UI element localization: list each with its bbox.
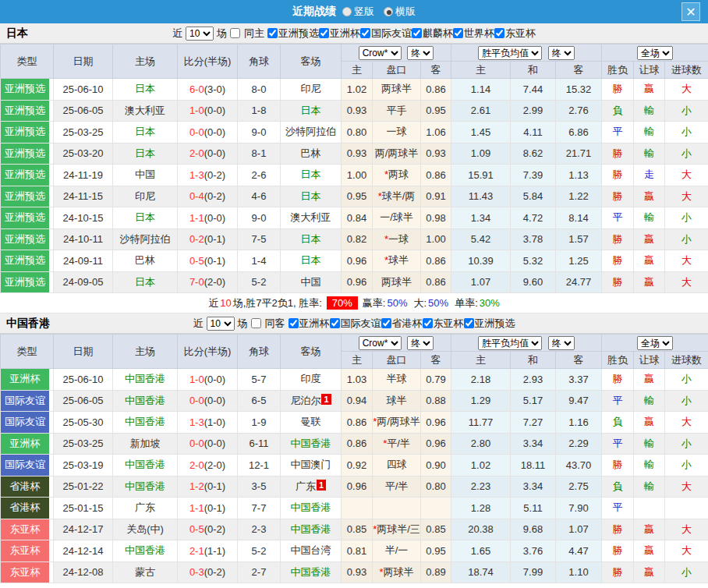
league-checkbox[interactable]: [289, 318, 299, 328]
result-goals: 大: [665, 271, 708, 293]
competition-badge: 国际友谊: [1, 390, 54, 412]
avg-final-select[interactable]: 终: [548, 46, 575, 60]
corner-score: 5-2: [238, 540, 281, 562]
avg-home: 1.29: [451, 390, 511, 412]
league-filter[interactable]: 亚洲预选: [464, 317, 515, 331]
match-row: 亚洲预选25-06-10日本6-0(3-0)8-0印尼1.02两球半0.861.…: [1, 79, 708, 101]
horizontal-layout-radio[interactable]: 横版: [384, 5, 416, 19]
avg-draw: 9.60: [511, 271, 556, 293]
league-label: 国际友谊: [371, 27, 412, 41]
corner-score: 2-3: [238, 519, 281, 540]
league-filter[interactable]: 世界杯: [453, 27, 494, 41]
col-home: 主场: [113, 335, 178, 369]
result-handicap: 輸: [634, 455, 665, 476]
league-filter[interactable]: 国际友谊: [360, 27, 412, 41]
league-label: 世界杯: [464, 27, 494, 41]
match-date: 24-12-08: [54, 561, 113, 583]
match-score: 6-0(3-0): [178, 79, 238, 101]
summary-count: 10: [220, 297, 231, 309]
league-filter[interactable]: 国际友谊: [330, 317, 381, 331]
result-goals: 大: [665, 250, 708, 272]
league-filter[interactable]: 东亚杯: [494, 27, 536, 41]
match-date: 25-01-22: [54, 476, 113, 498]
result-goals: 小: [665, 100, 708, 122]
single-value: 30%: [480, 297, 500, 309]
league-checkbox[interactable]: [494, 28, 504, 38]
match-score: 1-1(0-1): [178, 498, 238, 519]
away-team: 日本: [281, 100, 342, 122]
avg-final-select[interactable]: 终: [548, 336, 575, 350]
vertical-layout-radio[interactable]: 竖版: [342, 5, 374, 19]
league-filter[interactable]: 亚洲杯: [319, 27, 360, 41]
league-checkbox[interactable]: [423, 318, 433, 328]
col-avg-away: 客: [556, 352, 602, 369]
odds-final-select[interactable]: 终: [407, 46, 434, 60]
league-filter[interactable]: 麒麟杯: [412, 27, 453, 41]
match-date: 24-10-15: [54, 207, 113, 229]
odds-home: 0.96: [342, 476, 373, 498]
avg-draw: 18.11: [511, 455, 556, 476]
result-wdl: 勝: [602, 540, 634, 562]
handicap-line: *两球半/三: [373, 519, 421, 540]
handicap-win-label: 赢率:: [363, 296, 386, 310]
corner-score: 8-1: [238, 143, 281, 165]
near-count-select[interactable]: 10: [207, 317, 235, 331]
match-row: 国际友谊25-03-19中国香港2-0(2-0)12-1中国澳门0.92四球0.…: [1, 455, 708, 476]
avg-away: 4.47: [556, 540, 602, 562]
result-handicap: 贏: [634, 186, 665, 207]
league-checkbox[interactable]: [319, 28, 329, 38]
scope-select[interactable]: 全场: [637, 336, 673, 350]
avg-home: 18.74: [451, 561, 511, 583]
result-goals: 大: [665, 186, 708, 207]
home-team: 巴林: [113, 250, 178, 272]
league-checkbox[interactable]: [464, 318, 474, 328]
match-row: 亚洲预选24-11-19中国1-3(0-2)2-6日本1.00*两球0.8615…: [1, 165, 708, 186]
away-team: 日本: [281, 250, 342, 272]
match-date: 24-09-05: [54, 271, 113, 293]
odds-home: 0.82: [342, 228, 373, 250]
odds-provider-select[interactable]: Crow*: [359, 46, 402, 60]
handicap-line: *平/半: [373, 433, 421, 455]
competition-badge: 国际友谊: [1, 412, 54, 434]
league-filter[interactable]: 东亚杯: [423, 317, 464, 331]
odds-away: 0.79: [421, 369, 451, 391]
handicap-line: 两球半: [373, 79, 421, 101]
col-odds-home: 主: [342, 352, 373, 369]
titlebar: 近期战绩 竖版 横版 ✕: [0, 0, 708, 23]
col-score: 比分(半场): [178, 335, 238, 369]
avg-type-select[interactable]: 胜平负均值: [478, 336, 542, 350]
avg-type-select[interactable]: 胜平负均值: [478, 46, 542, 60]
same-home-checkbox[interactable]: [230, 28, 240, 38]
corner-score: 3-5: [238, 476, 281, 498]
recent-results-dialog: 近期战绩 竖版 横版 ✕ 日本 近 10 场 同主 亚洲预选亚洲杯国际友谊麒麟杯…: [0, 0, 708, 588]
match-row: 亚洲预选24-11-15印尼0-4(0-2)4-6日本0.95*球半/两0.91…: [1, 186, 708, 207]
league-checkbox[interactable]: [267, 28, 278, 38]
league-checkbox[interactable]: [412, 28, 422, 38]
match-score: 0-0(0-0): [178, 122, 238, 143]
league-checkbox[interactable]: [381, 318, 391, 328]
result-wdl: 勝: [602, 250, 634, 272]
odds-home: 0.81: [342, 540, 373, 562]
scope-select[interactable]: 全场: [637, 46, 673, 60]
handicap-line: *两球半: [373, 561, 421, 583]
odds-home: [342, 498, 373, 519]
league-filter[interactable]: 省港杯: [381, 317, 423, 331]
league-filter[interactable]: 亚洲杯: [289, 317, 330, 331]
match-date: 25-03-25: [54, 122, 113, 143]
near-count-select[interactable]: 10: [186, 27, 214, 41]
odds-final-select[interactable]: 终: [407, 336, 434, 350]
same-away-checkbox[interactable]: [251, 318, 261, 328]
league-checkbox[interactable]: [453, 28, 463, 38]
close-button[interactable]: ✕: [681, 2, 700, 21]
odds-provider-select[interactable]: Crow*: [359, 336, 402, 350]
avg-header: 胜平负均值 终: [451, 44, 602, 62]
home-team: 中国香港: [113, 476, 178, 498]
result-wdl: 平: [602, 207, 634, 229]
match-score: 0-2(0-1): [178, 228, 238, 250]
result-wdl: 勝: [602, 186, 634, 207]
league-checkbox[interactable]: [330, 318, 340, 328]
handicap-line: 四球: [373, 455, 421, 476]
league-checkbox[interactable]: [360, 28, 370, 38]
league-filter[interactable]: 亚洲预选: [267, 27, 319, 41]
result-wdl: 勝: [602, 455, 634, 476]
